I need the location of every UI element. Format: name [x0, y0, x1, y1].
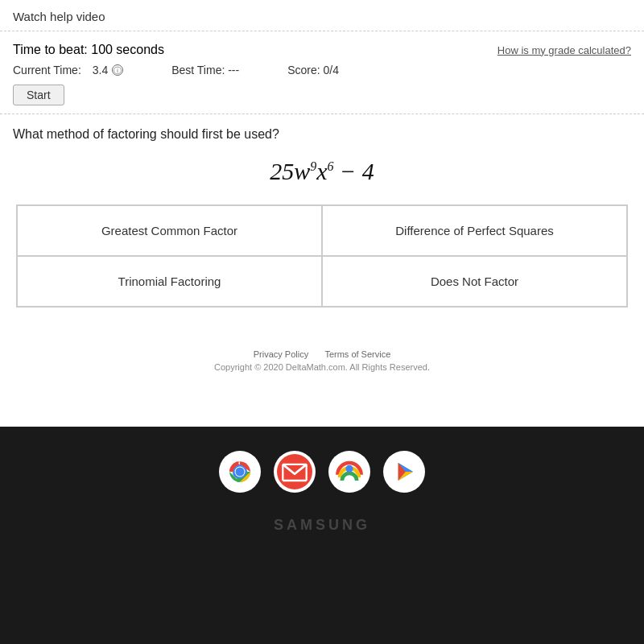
copyright-text: Copyright © 2020 DeltaMath.com. All Righ… [8, 362, 636, 372]
math-expression: 25w9x6 − 4 [13, 158, 631, 185]
app-icons-row [219, 451, 425, 493]
answer-does-not-factor-button[interactable]: Does Not Factor [322, 256, 627, 307]
answer-gcf-button[interactable]: Greatest Common Factor [17, 205, 322, 256]
chrome-app-icon[interactable] [219, 451, 261, 493]
start-button[interactable]: Start [13, 85, 64, 105]
answer-grid: Greatest Common Factor Difference of Per… [16, 204, 628, 308]
taskbar: SAMSUNG [0, 427, 644, 644]
score-label: Score: [287, 64, 320, 76]
answer-trinomial-button[interactable]: Trinomial Factoring [17, 256, 322, 307]
best-time-value: --- [228, 64, 239, 76]
info-icon[interactable]: ⓘ [112, 64, 123, 76]
terms-of-service-link[interactable]: Terms of Service [324, 349, 390, 359]
time-to-beat: Time to beat: 100 seconds [13, 43, 164, 57]
svg-point-5 [236, 468, 245, 477]
footer: Privacy Policy Terms of Service Copyrigh… [0, 341, 644, 380]
grade-calculator-link[interactable]: How is my grade calculated? [497, 44, 631, 56]
score-value: 0/4 [324, 64, 339, 76]
answer-diff-squares-button[interactable]: Difference of Perfect Squares [322, 205, 627, 256]
gmail-app-icon[interactable] [274, 451, 316, 493]
current-time-value: 3.4 [93, 64, 108, 76]
svg-point-13 [345, 465, 353, 473]
watch-help-link[interactable]: Watch help video [13, 10, 105, 23]
playstore-app-icon[interactable] [383, 451, 425, 493]
question-prompt: What method of factoring should first be… [13, 127, 631, 142]
samsung-logo: SAMSUNG [274, 517, 370, 534]
meet-app-icon[interactable] [328, 451, 370, 493]
best-time-label: Best Time: [171, 64, 225, 76]
privacy-policy-link[interactable]: Privacy Policy [254, 349, 308, 359]
current-time-label: Current Time: [13, 64, 81, 76]
